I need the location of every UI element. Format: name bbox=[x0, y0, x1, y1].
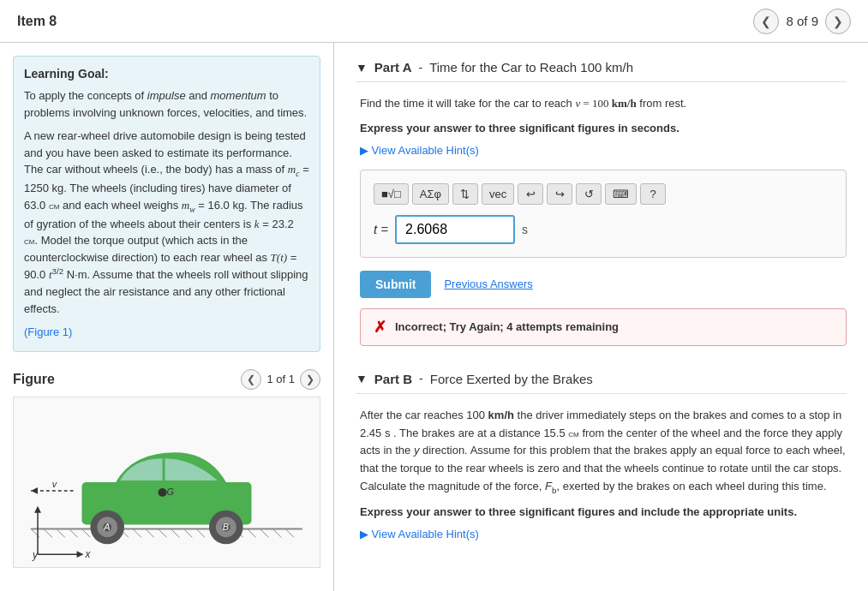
part-a-section: ▼ Part A - Time for the Car to Reach 100… bbox=[356, 60, 847, 346]
part-b-subtitle: Force Exerted by the Brakes bbox=[430, 372, 593, 386]
part-b-content: After the car reaches 100 km/h the drive… bbox=[356, 407, 847, 553]
svg-line-9 bbox=[133, 528, 141, 537]
figure-header: Figure ❮ 1 of 1 ❯ bbox=[13, 369, 320, 390]
svg-line-5 bbox=[82, 528, 91, 537]
learning-goal-title: Learning Goal: bbox=[24, 67, 309, 81]
learning-goal-box: Learning Goal: To apply the concepts of … bbox=[13, 56, 320, 352]
toolbar-arrows-btn[interactable]: ⇅ bbox=[452, 183, 478, 205]
svg-line-13 bbox=[183, 528, 192, 537]
action-row: Submit Previous Answers bbox=[360, 271, 847, 298]
part-a-instruction: Express your answer to three significant… bbox=[360, 122, 847, 134]
svg-text:G: G bbox=[166, 487, 173, 497]
svg-line-12 bbox=[171, 528, 179, 537]
toolbar-help-btn[interactable]: ? bbox=[640, 183, 666, 205]
part-a-dash: - bbox=[418, 61, 422, 75]
figure-next-button[interactable]: ❯ bbox=[300, 369, 320, 390]
svg-text:x: x bbox=[84, 548, 91, 560]
item-counter: 8 of 9 bbox=[786, 14, 818, 28]
part-b-instruction: Express your answer to three significant… bbox=[360, 505, 847, 518]
part-a-label: Part A bbox=[374, 60, 412, 75]
item-title: Item 8 bbox=[17, 14, 57, 29]
svg-text:v: v bbox=[52, 479, 57, 489]
answer-input[interactable] bbox=[395, 215, 515, 244]
part-b-description: After the car reaches 100 km/h the drive… bbox=[360, 407, 847, 497]
toolbar-sqrt-btn[interactable]: ■√□ bbox=[374, 183, 409, 205]
svg-marker-40 bbox=[77, 551, 84, 558]
top-bar: Item 8 ❮ 8 of 9 ❯ bbox=[0, 0, 868, 43]
figure-svg: A B G v y bbox=[14, 397, 320, 567]
part-b-dash: - bbox=[419, 372, 423, 385]
svg-line-4 bbox=[69, 528, 78, 537]
figure-prev-button[interactable]: ❮ bbox=[241, 369, 261, 390]
figure-nav: ❮ 1 of 1 ❯ bbox=[241, 369, 320, 390]
toolbar-refresh-btn[interactable]: ↺ bbox=[576, 183, 602, 205]
error-icon: ✗ bbox=[374, 318, 386, 337]
svg-line-18 bbox=[248, 528, 256, 537]
left-panel: Learning Goal: To apply the concepts of … bbox=[0, 43, 334, 591]
right-panel: ▼ Part A - Time for the Car to Reach 100… bbox=[334, 43, 868, 591]
error-text: Incorrect; Try Again; 4 attempts remaini… bbox=[395, 320, 619, 333]
svg-line-11 bbox=[159, 528, 167, 537]
learning-goal-para-2: A new rear-wheel drive automobile design… bbox=[24, 128, 309, 317]
main-layout: Learning Goal: To apply the concepts of … bbox=[0, 43, 868, 591]
svg-text:B: B bbox=[223, 522, 229, 532]
part-a-content: Find the time it will take for the car t… bbox=[356, 95, 847, 346]
part-b-hint-link[interactable]: ▶ View Available Hint(s) bbox=[360, 528, 479, 540]
svg-text:y: y bbox=[32, 549, 39, 561]
part-a-collapse-arrow[interactable]: ▼ bbox=[356, 61, 368, 75]
part-b-section: ▼ Part B - Force Exerted by the Brakes A… bbox=[356, 372, 847, 553]
figure-counter: 1 of 1 bbox=[266, 373, 295, 385]
part-a-subtitle: Time for the Car to Reach 100 km/h bbox=[429, 60, 633, 75]
svg-line-3 bbox=[57, 528, 65, 537]
part-b-header: ▼ Part B - Force Exerted by the Brakes bbox=[356, 372, 847, 394]
learning-goal-para-1: To apply the concepts of impulse and mom… bbox=[24, 87, 309, 121]
previous-answers-link[interactable]: Previous Answers bbox=[444, 278, 532, 290]
part-a-header: ▼ Part A - Time for the Car to Reach 100… bbox=[356, 60, 847, 82]
part-a-description: Find the time it will take for the car t… bbox=[360, 95, 847, 113]
error-box: ✗ Incorrect; Try Again; 4 attempts remai… bbox=[360, 308, 847, 346]
part-a-answer-box: ■√□ ΑΣφ ⇅ vec ↩ ↪ ↺ ⌨ ? t = s bbox=[360, 170, 847, 258]
input-row: t = s bbox=[374, 215, 833, 244]
next-item-button[interactable]: ❯ bbox=[825, 9, 851, 34]
svg-marker-37 bbox=[34, 505, 41, 512]
figure-title: Figure bbox=[13, 372, 55, 387]
math-toolbar: ■√□ ΑΣφ ⇅ vec ↩ ↪ ↺ ⌨ ? bbox=[374, 183, 833, 205]
input-label: t = bbox=[374, 222, 388, 236]
prev-item-button[interactable]: ❮ bbox=[753, 9, 779, 34]
svg-line-2 bbox=[44, 528, 52, 537]
toolbar-vec-btn[interactable]: vec bbox=[482, 183, 514, 205]
submit-button[interactable]: Submit bbox=[360, 271, 431, 298]
svg-point-31 bbox=[159, 488, 167, 497]
toolbar-keyboard-btn[interactable]: ⌨ bbox=[605, 183, 637, 205]
svg-line-14 bbox=[196, 528, 205, 537]
figure-section: Figure ❮ 1 of 1 ❯ bbox=[13, 369, 320, 568]
part-b-label: Part B bbox=[374, 372, 412, 386]
svg-line-21 bbox=[285, 528, 294, 537]
svg-line-10 bbox=[146, 528, 154, 537]
learning-goal-figure-ref: (Figure 1) bbox=[24, 324, 309, 341]
unit-label: s bbox=[522, 223, 528, 236]
part-b-collapse-arrow[interactable]: ▼ bbox=[356, 372, 368, 385]
navigation-controls: ❮ 8 of 9 ❯ bbox=[753, 9, 851, 34]
svg-line-20 bbox=[272, 528, 281, 537]
toolbar-undo-btn[interactable]: ↩ bbox=[518, 183, 543, 205]
svg-line-19 bbox=[260, 528, 268, 537]
svg-text:A: A bbox=[103, 522, 110, 532]
part-a-hint-link[interactable]: ▶ View Available Hint(s) bbox=[360, 144, 479, 157]
toolbar-redo-btn[interactable]: ↪ bbox=[547, 183, 572, 205]
figure-image: A B G v y bbox=[13, 397, 320, 568]
toolbar-greek-btn[interactable]: ΑΣφ bbox=[412, 183, 449, 205]
svg-marker-34 bbox=[31, 487, 38, 494]
